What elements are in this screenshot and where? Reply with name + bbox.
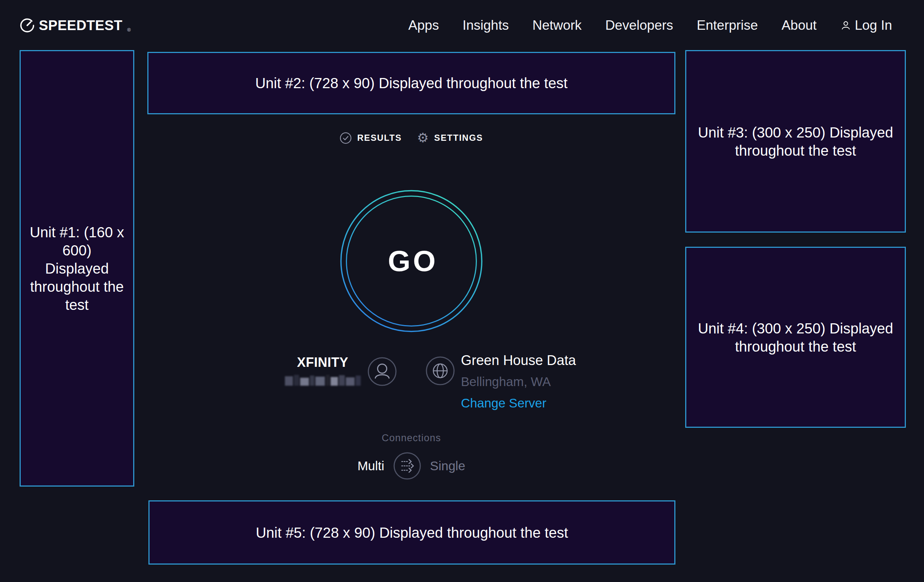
header: SPEEDTEST ® Apps Insights Network Develo…	[20, 0, 892, 51]
tab-results[interactable]: RESULTS	[340, 132, 402, 144]
change-server-link[interactable]: Change Server	[461, 396, 546, 411]
nav-item-apps[interactable]: Apps	[408, 18, 439, 33]
provider-name: XFINITY	[284, 355, 361, 370]
tab-settings-label: SETTINGS	[434, 133, 483, 143]
speedometer-gauge-icon	[20, 18, 35, 33]
server-block: Green House Data Bellingham, WA Change S…	[461, 353, 576, 411]
server-name: Green House Data	[461, 353, 576, 368]
connections-single-option[interactable]: Single	[430, 458, 465, 473]
connections-toggle[interactable]	[393, 452, 421, 480]
nav-item-about[interactable]: About	[781, 18, 817, 33]
ad-unit-3[interactable]: Unit #3: (300 x 250) Displayed throughou…	[685, 50, 906, 232]
nav-item-enterprise[interactable]: Enterprise	[697, 18, 758, 33]
provider-person-icon	[368, 357, 397, 386]
server-globe-icon	[426, 356, 455, 385]
gear-icon: ⚙	[417, 131, 429, 144]
connections-section: Connections Multi Single	[147, 432, 675, 480]
ad-unit-1-text: Unit #1: (160 x 600) Displayed throughou…	[21, 223, 133, 314]
ad-unit-4[interactable]: Unit #4: (300 x 250) Displayed throughou…	[685, 247, 906, 428]
logo[interactable]: SPEEDTEST ®	[20, 18, 130, 33]
go-button-label: GO	[338, 188, 484, 334]
provider-ip-redacted	[284, 375, 361, 386]
multi-connection-icon	[393, 452, 421, 480]
connections-multi-option[interactable]: Multi	[358, 458, 384, 473]
ad-unit-1[interactable]: Unit #1: (160 x 600) Displayed throughou…	[20, 50, 134, 486]
connection-info-row: XFINITY	[147, 351, 675, 423]
connections-row: Multi Single	[358, 452, 465, 480]
ad-unit-2[interactable]: Unit #2: (728 x 90) Displayed throughout…	[147, 52, 675, 114]
tab-settings[interactable]: ⚙ SETTINGS	[417, 131, 483, 144]
view-tabs: RESULTS ⚙ SETTINGS	[147, 129, 675, 147]
check-circle-icon	[340, 132, 351, 144]
nav-item-developers[interactable]: Developers	[606, 18, 673, 33]
main-nav: Apps Insights Network Developers Enterpr…	[408, 18, 892, 33]
nav-item-insights[interactable]: Insights	[462, 18, 509, 33]
server-location: Bellingham, WA	[461, 374, 576, 389]
ad-unit-3-text: Unit #3: (300 x 250) Displayed throughou…	[686, 124, 905, 160]
speedtest-page: SPEEDTEST ® Apps Insights Network Develo…	[0, 0, 924, 582]
nav-item-login[interactable]: Log In	[840, 18, 892, 33]
ad-unit-5-text: Unit #5: (728 x 90) Displayed throughout…	[247, 524, 577, 542]
connections-label: Connections	[147, 432, 675, 444]
tab-results-label: RESULTS	[357, 133, 402, 143]
ad-unit-4-text: Unit #4: (300 x 250) Displayed throughou…	[686, 319, 905, 356]
logo-trademark: ®	[127, 27, 130, 33]
go-button[interactable]: GO	[338, 188, 484, 334]
provider-block: XFINITY	[284, 355, 361, 386]
logo-text: SPEEDTEST	[39, 18, 122, 33]
user-icon	[840, 20, 851, 31]
nav-item-network[interactable]: Network	[532, 18, 582, 33]
ad-unit-2-text: Unit #2: (728 x 90) Displayed throughout…	[246, 74, 576, 92]
ad-unit-5[interactable]: Unit #5: (728 x 90) Displayed throughout…	[148, 500, 675, 565]
login-label: Log In	[855, 18, 892, 33]
